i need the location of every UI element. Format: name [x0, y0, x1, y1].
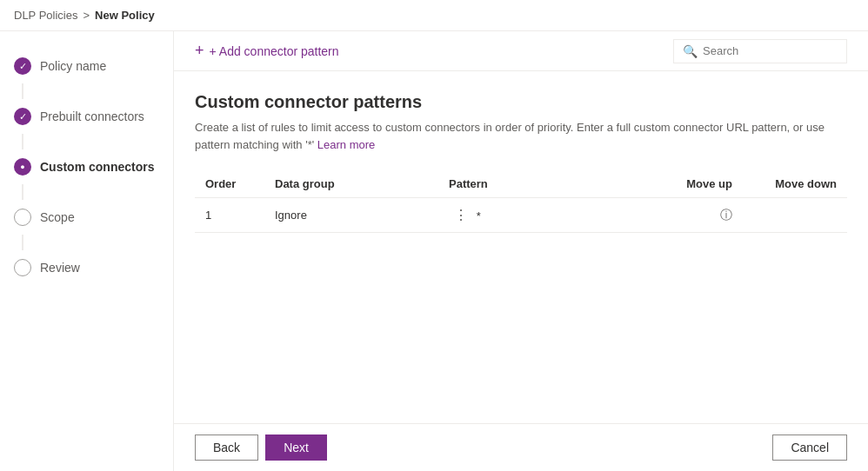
page-body: Custom connector patterns Create a list … — [174, 71, 868, 423]
page-description: Create a list of rules to limit access t… — [195, 119, 847, 153]
sidebar-label-review: Review — [40, 261, 80, 275]
content-area: + + Add connector pattern 🔍 Custom conne… — [174, 31, 868, 471]
add-btn-label: + Add connector pattern — [210, 44, 339, 58]
plus-icon: + — [195, 42, 204, 60]
step-circle-review — [14, 259, 31, 276]
search-icon: 🔍 — [683, 44, 698, 58]
next-button[interactable]: Next — [265, 435, 327, 461]
step-line-3 — [22, 184, 23, 200]
step-circle-scope — [14, 209, 31, 226]
sidebar-item-scope[interactable]: Scope — [0, 200, 173, 235]
breadcrumb: DLP Policies > New Policy — [0, 0, 868, 31]
row-order: 1 — [195, 198, 264, 233]
connector-patterns-table: Order Data group Pattern Move up Move do… — [195, 170, 847, 233]
sidebar-item-review[interactable]: Review — [0, 250, 173, 285]
page-title: Custom connector patterns — [195, 92, 847, 112]
step-line-4 — [22, 235, 23, 250]
col-header-movedown: Move down — [743, 170, 847, 198]
sidebar-label-scope: Scope — [40, 210, 75, 224]
row-options-button[interactable]: ⋮ — [449, 205, 473, 225]
row-moveup-cell: ⓘ — [656, 198, 743, 233]
search-input[interactable] — [703, 44, 838, 57]
step-line-1 — [22, 83, 23, 99]
search-box: 🔍 — [673, 39, 847, 63]
col-header-moveup: Move up — [656, 170, 743, 198]
col-header-pattern: Pattern — [438, 170, 656, 198]
step-line-2 — [22, 134, 23, 149]
breadcrumb-current: New Policy — [95, 9, 155, 22]
cancel-button[interactable]: Cancel — [772, 435, 847, 461]
sidebar-label-policy-name: Policy name — [40, 59, 106, 73]
sidebar-item-custom-connectors[interactable]: ● Custom connectors — [0, 149, 173, 184]
row-pattern-value: * — [477, 209, 481, 222]
info-icon: ⓘ — [720, 208, 732, 222]
step-circle-custom: ● — [14, 158, 31, 176]
breadcrumb-parent[interactable]: DLP Policies — [14, 9, 77, 22]
table-row: 1 Ignore ⋮ * ⓘ — [195, 198, 847, 233]
row-pattern-cell: ⋮ * — [438, 198, 656, 233]
step-circle-policy-name: ✓ — [14, 57, 31, 75]
back-button[interactable]: Back — [195, 435, 258, 461]
col-header-order: Order — [195, 170, 264, 198]
step-circle-prebuilt: ✓ — [14, 108, 31, 125]
sidebar-item-policy-name[interactable]: ✓ Policy name — [0, 49, 173, 83]
sidebar-label-custom: Custom connectors — [40, 160, 154, 174]
col-header-datagroup: Data group — [264, 170, 438, 198]
footer: Back Next Cancel — [174, 423, 868, 471]
sidebar: ✓ Policy name ✓ Prebuilt connectors ● Cu… — [0, 31, 174, 471]
toolbar: + + Add connector pattern 🔍 — [174, 31, 868, 71]
breadcrumb-separator: > — [83, 9, 90, 22]
sidebar-item-prebuilt-connectors[interactable]: ✓ Prebuilt connectors — [0, 99, 173, 134]
row-datagroup: Ignore — [264, 198, 438, 233]
learn-more-link[interactable]: Learn more — [317, 138, 375, 151]
add-connector-pattern-button[interactable]: + + Add connector pattern — [195, 38, 339, 63]
sidebar-label-prebuilt: Prebuilt connectors — [40, 109, 144, 123]
row-movedown-cell — [743, 198, 847, 233]
